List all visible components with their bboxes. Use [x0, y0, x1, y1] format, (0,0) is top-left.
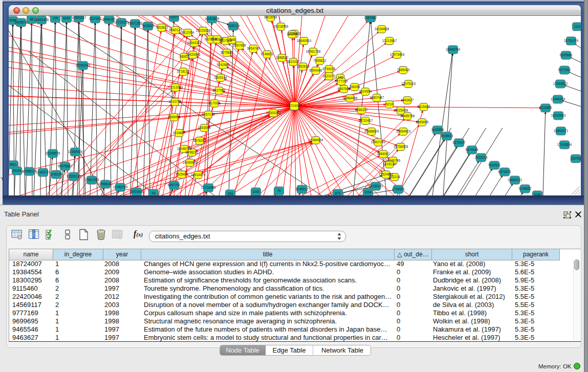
svg-text:2967608: 2967608 [233, 43, 246, 47]
svg-text:1010755: 1010755 [169, 100, 182, 103]
svg-text:6497508: 6497508 [338, 87, 351, 91]
svg-text:3875685: 3875685 [221, 51, 233, 54]
svg-text:6216: 6216 [386, 102, 394, 106]
svg-text:12342737: 12342737 [36, 170, 51, 174]
svg-text:16671355: 16671355 [128, 21, 143, 25]
svg-text:5322037: 5322037 [287, 60, 300, 63]
svg-text:7835724: 7835724 [227, 24, 240, 28]
svg-text:1733426: 1733426 [392, 187, 405, 191]
svg-text:13720407: 13720407 [358, 119, 373, 122]
svg-text:9242845: 9242845 [217, 63, 230, 67]
svg-text:12923446: 12923446 [129, 190, 144, 193]
svg-text:8471676: 8471676 [498, 170, 511, 173]
svg-text:16782759: 16782759 [113, 185, 128, 189]
svg-text:11568129: 11568129 [22, 169, 36, 173]
svg-text:8339: 8339 [63, 16, 71, 20]
svg-text:7663822: 7663822 [156, 26, 168, 29]
svg-text:7386372: 7386372 [355, 108, 368, 112]
svg-text:94: 94 [151, 191, 156, 195]
svg-text:7625402: 7625402 [176, 172, 188, 176]
svg-text:9498222: 9498222 [186, 150, 199, 154]
svg-text:15692971: 15692971 [554, 129, 569, 133]
svg-text:6989695: 6989695 [416, 120, 429, 124]
svg-text:14136141: 14136141 [368, 184, 383, 188]
svg-text:8990448: 8990448 [310, 69, 322, 72]
svg-text:98901: 98901 [180, 55, 189, 58]
svg-text:12213363: 12213363 [168, 85, 183, 89]
svg-text:76: 76 [277, 189, 281, 192]
svg-text:1621072: 1621072 [323, 74, 336, 78]
svg-text:9329966: 9329966 [560, 53, 573, 57]
svg-text:2387682: 2387682 [364, 16, 377, 19]
svg-text:2933114: 2933114 [475, 156, 488, 159]
svg-text:8501: 8501 [10, 163, 17, 166]
svg-text:8267130: 8267130 [202, 113, 215, 116]
svg-text:10958187: 10958187 [98, 182, 113, 186]
svg-text:19384554: 19384554 [309, 138, 323, 142]
svg-text:10025438: 10025438 [394, 108, 408, 112]
svg-text:20364456: 20364456 [343, 96, 358, 100]
svg-text:16053809: 16053809 [205, 17, 220, 20]
svg-text:254: 254 [228, 192, 233, 195]
svg-text:1112: 1112 [574, 25, 581, 28]
svg-text:6794028: 6794028 [323, 67, 336, 71]
svg-text:10688609: 10688609 [364, 129, 379, 133]
svg-text:20053346: 20053346 [76, 63, 91, 67]
svg-text:9146821: 9146821 [261, 52, 274, 56]
svg-text:2546: 2546 [228, 38, 236, 41]
svg-text:10543362: 10543362 [187, 41, 202, 45]
svg-text:9115460: 9115460 [418, 105, 430, 108]
svg-text:1362615: 1362615 [297, 64, 310, 68]
svg-text:10654112: 10654112 [508, 178, 522, 182]
svg-text:746266: 746266 [349, 85, 360, 89]
svg-text:13654923: 13654923 [396, 129, 411, 133]
svg-text:874: 874 [335, 191, 341, 195]
svg-text:12975115: 12975115 [401, 82, 416, 85]
svg-text:39154: 39154 [12, 169, 21, 172]
svg-text:5938923: 5938923 [441, 134, 453, 138]
svg-text:10807487: 10807487 [369, 96, 384, 99]
svg-text:245: 245 [338, 76, 343, 79]
svg-text:7515525: 7515525 [142, 24, 155, 28]
svg-text:16914479: 16914479 [191, 173, 206, 177]
svg-text:817004: 817004 [209, 101, 220, 105]
svg-text:7485063: 7485063 [397, 68, 410, 72]
svg-text:16154838: 16154838 [375, 27, 389, 31]
svg-text:1042: 1042 [252, 190, 260, 193]
svg-text:10719155: 10719155 [114, 20, 129, 24]
svg-text:12505135: 12505135 [67, 174, 81, 178]
svg-text:14495798: 14495798 [400, 114, 415, 118]
svg-text:17016504: 17016504 [557, 143, 572, 146]
svg-text:12093822: 12093822 [553, 82, 568, 85]
svg-text:1463627: 1463627 [401, 98, 414, 102]
svg-text:9227342: 9227342 [558, 68, 571, 72]
svg-text:20206578: 20206578 [46, 151, 60, 155]
svg-text:8813054: 8813054 [265, 16, 277, 19]
svg-text:3024554: 3024554 [359, 90, 372, 93]
svg-text:3215955: 3215955 [539, 106, 552, 110]
svg-text:1353594: 1353594 [198, 126, 211, 129]
svg-text:123254: 123254 [287, 32, 298, 36]
svg-text:1588520: 1588520 [276, 56, 289, 59]
svg-text:18407249: 18407249 [371, 140, 386, 144]
svg-text:452214: 452214 [389, 175, 400, 179]
svg-text:1965492: 1965492 [168, 115, 181, 119]
svg-text:88: 88 [30, 17, 34, 21]
svg-text:116753: 116753 [571, 157, 581, 160]
svg-text:15300243: 15300243 [266, 111, 281, 115]
svg-text:8427552: 8427552 [213, 89, 226, 92]
svg-text:15751074: 15751074 [564, 39, 579, 42]
svg-text:16648784: 16648784 [446, 48, 461, 51]
svg-text:14099485: 14099485 [183, 161, 198, 164]
svg-text:16210643: 16210643 [551, 114, 566, 117]
svg-text:1527602: 1527602 [89, 17, 102, 20]
svg-text:8660123: 8660123 [169, 28, 182, 32]
svg-text:9777169: 9777169 [335, 79, 348, 83]
svg-text:10046708: 10046708 [177, 147, 192, 150]
svg-text:2718170: 2718170 [177, 70, 190, 73]
svg-text:16961758: 16961758 [306, 50, 321, 53]
svg-text:12444159: 12444159 [551, 97, 565, 101]
svg-text:8912954: 8912954 [182, 31, 194, 34]
svg-text:12359924: 12359924 [68, 150, 83, 154]
svg-text:2803144: 2803144 [214, 76, 227, 79]
